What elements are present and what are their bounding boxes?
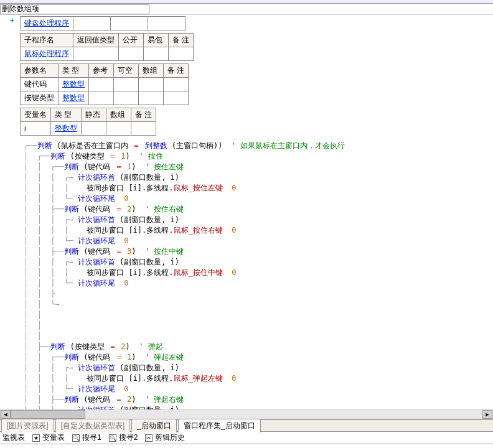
search-icon: 🔍 [109, 434, 116, 442]
bottom-tabs: [图片资源表] [自定义数据类型表] _启动窗口 窗口程序集_启动窗口 [0, 419, 493, 432]
tab-window-procset[interactable]: 窗口程序集_启动窗口 [178, 419, 261, 432]
scroll-right-icon[interactable]: ► [482, 410, 492, 419]
proc-name-table[interactable]: 键盘处理程序 [20, 16, 185, 30]
horizontal-scrollbar[interactable]: ◄ ► [0, 409, 493, 419]
vars-table[interactable]: 变量名 类 型 静态 数组 备 注 i 整数型 [20, 108, 156, 136]
vars-panel-button[interactable]: ★变量表 [32, 432, 65, 443]
expand-plus-icon[interactable]: + [5, 16, 19, 25]
scroll-track[interactable] [11, 410, 482, 419]
table-header-row: 变量名 类 型 静态 数组 备 注 [21, 108, 156, 122]
table-row[interactable]: 按键类型 整数型 [21, 91, 189, 105]
table-row[interactable]: i 整数型 [21, 122, 156, 136]
clip-history-button[interactable]: ✂剪辑历史 [145, 432, 185, 443]
star-icon: ★ [32, 434, 40, 442]
scissors-icon: ✂ [145, 434, 153, 442]
search2-button[interactable]: 🔍搜寻2 [109, 432, 138, 443]
scroll-thumb[interactable] [11, 410, 85, 419]
bottom-toolbar: 监视表 ★变量表 🔍搜寻1 🔍搜寻2 ✂剪辑历史 [0, 432, 493, 444]
watch-panel-button[interactable]: 监视表 [2, 432, 25, 443]
table-header-row: 子程序名 返回值类型 公开 易包 备 注 [21, 34, 194, 47]
proc-name-cell[interactable]: 键盘处理程序 [21, 17, 73, 30]
search-icon: 🔍 [72, 434, 80, 442]
code-tree[interactable]: ┌──判断 (鼠标是否在主窗口内 ＝ 到整数 (主窗口句柄)) ' 如果鼠标在主… [20, 138, 493, 411]
table-row[interactable]: 键代码 整数型 [21, 78, 189, 91]
tab-custom-types[interactable]: [自定义数据类型表] [55, 419, 131, 432]
formula-input-bar [0, 4, 493, 15]
search1-button[interactable]: 🔍搜寻1 [72, 432, 101, 443]
tab-startup-window[interactable]: _启动窗口 [131, 419, 177, 432]
tab-image-resources[interactable]: [图片资源表] [1, 419, 54, 432]
formula-input[interactable] [0, 4, 149, 14]
params-table[interactable]: 参数名 类 型 参考 可空 数组 备 注 键代码 整数型 按键类型 整数型 [20, 63, 189, 105]
subproc-table[interactable]: 子程序名 返回值类型 公开 易包 备 注 鼠标处理程序 [20, 33, 194, 61]
code-editor-main[interactable]: + 键盘处理程序 子程序名 返回值类型 公开 易包 备 注 鼠标处理程序 参数名… [0, 15, 493, 411]
scroll-left-icon[interactable]: ◄ [1, 410, 11, 419]
table-header-row: 参数名 类 型 参考 可空 数组 备 注 [21, 64, 189, 78]
table-row[interactable]: 鼠标处理程序 [21, 47, 194, 61]
